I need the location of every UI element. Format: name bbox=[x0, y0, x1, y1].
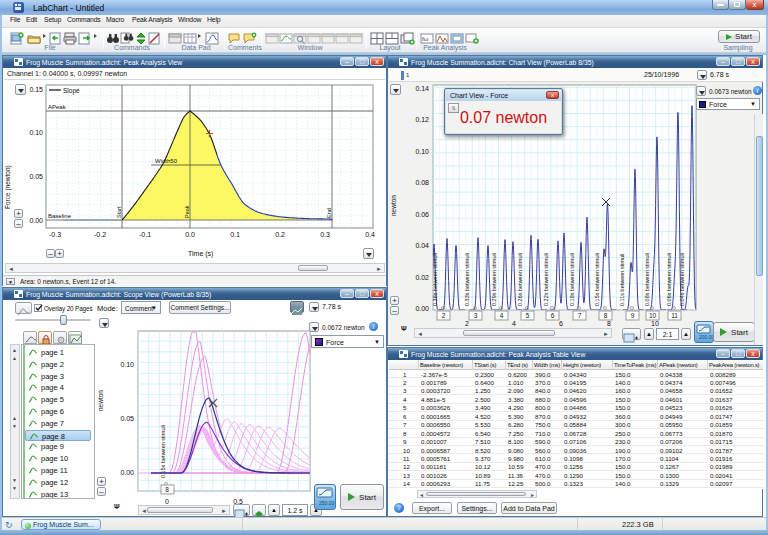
svg-text:0.11s between stimuli: 0.11s between stimuli bbox=[619, 254, 625, 306]
svg-text:0.08s between stimuli: 0.08s between stimuli bbox=[644, 253, 650, 306]
svg-text:10: 10 bbox=[649, 312, 657, 319]
svg-text:fω: fω bbox=[422, 36, 429, 42]
svg-text:Width50: Width50 bbox=[155, 158, 178, 164]
svg-text:0.0: 0.0 bbox=[185, 231, 195, 238]
svg-text:0.38s between stimuli: 0.38s between stimuli bbox=[432, 253, 438, 306]
svg-text:3: 3 bbox=[474, 312, 478, 319]
svg-text:8: 8 bbox=[165, 486, 169, 493]
svg-text:0.00: 0.00 bbox=[415, 305, 429, 312]
svg-text:0.4: 0.4 bbox=[365, 231, 375, 238]
svg-text:2: 2 bbox=[465, 320, 469, 327]
svg-text:2: 2 bbox=[442, 312, 446, 319]
svg-text:8: 8 bbox=[604, 312, 608, 319]
svg-text:4: 4 bbox=[500, 312, 504, 319]
svg-text:newton: newton bbox=[390, 195, 397, 216]
svg-text:6: 6 bbox=[559, 320, 563, 327]
svg-text:0.26s between stimuli: 0.26s between stimuli bbox=[517, 253, 523, 306]
svg-text:0.29s between stimuli: 0.29s between stimuli bbox=[491, 253, 497, 306]
svg-text:0.22s between stimuli: 0.22s between stimuli bbox=[543, 253, 549, 306]
svg-text:11: 11 bbox=[671, 312, 678, 319]
svg-text:Peak: Peak bbox=[184, 205, 190, 218]
svg-text:0.05: 0.05 bbox=[120, 415, 134, 422]
svg-text:0.10: 0.10 bbox=[29, 129, 43, 136]
svg-text:-0.1: -0.1 bbox=[139, 231, 151, 238]
svg-text:Force (newton): Force (newton) bbox=[4, 165, 12, 209]
svg-text:End: End bbox=[326, 208, 332, 218]
svg-text:0.06s between stimuli: 0.06s between stimuli bbox=[666, 253, 672, 306]
svg-text:10: 10 bbox=[651, 320, 659, 327]
svg-text:0.00: 0.00 bbox=[120, 469, 134, 476]
svg-text:newton: newton bbox=[97, 390, 104, 411]
svg-text:0: 0 bbox=[165, 498, 169, 505]
svg-text:5: 5 bbox=[526, 312, 530, 319]
svg-text:7: 7 bbox=[578, 312, 582, 319]
svg-text:0.10: 0.10 bbox=[120, 361, 134, 368]
svg-text:-0.3: -0.3 bbox=[49, 231, 61, 238]
svg-text:0.02: 0.02 bbox=[415, 274, 429, 281]
svg-text:0.04s between stimuli: 0.04s between stimuli bbox=[679, 253, 685, 306]
svg-text:0.3: 0.3 bbox=[320, 231, 330, 238]
svg-text:8: 8 bbox=[607, 320, 611, 327]
svg-text:250.00: 250.00 bbox=[319, 500, 335, 506]
svg-text:Baseline: Baseline bbox=[48, 213, 72, 219]
svg-text:0.1: 0.1 bbox=[230, 231, 240, 238]
svg-text:0.15: 0.15 bbox=[29, 86, 43, 93]
svg-text:0.10: 0.10 bbox=[415, 148, 429, 155]
svg-text:0.15s between stimuli: 0.15s between stimuli bbox=[594, 253, 600, 306]
svg-text:0.18s between stimuli: 0.18s between stimuli bbox=[569, 253, 575, 306]
svg-text:0.06: 0.06 bbox=[415, 211, 429, 218]
svg-text:0.2: 0.2 bbox=[275, 231, 285, 238]
svg-text:0.14: 0.14 bbox=[415, 85, 429, 92]
svg-text:6: 6 bbox=[551, 312, 555, 319]
svg-text:200.00: 200.00 bbox=[699, 334, 713, 340]
svg-text:-0.2: -0.2 bbox=[94, 231, 106, 238]
svg-text:9: 9 bbox=[631, 312, 635, 319]
svg-text:0.15s between stimuli: 0.15s between stimuli bbox=[160, 425, 166, 478]
svg-text:0.00: 0.00 bbox=[29, 217, 43, 224]
svg-text:0.33s between stimuli: 0.33s between stimuli bbox=[464, 253, 470, 306]
svg-text:APeak: APeak bbox=[48, 104, 67, 110]
svg-text:0.04: 0.04 bbox=[415, 242, 429, 249]
svg-text:0.08: 0.08 bbox=[415, 179, 429, 186]
svg-text:0.12: 0.12 bbox=[415, 116, 429, 123]
svg-text:4: 4 bbox=[512, 320, 516, 327]
svg-text:Slope: Slope bbox=[63, 87, 80, 95]
svg-text:0.05: 0.05 bbox=[29, 173, 43, 180]
svg-text:Start: Start bbox=[116, 206, 122, 218]
